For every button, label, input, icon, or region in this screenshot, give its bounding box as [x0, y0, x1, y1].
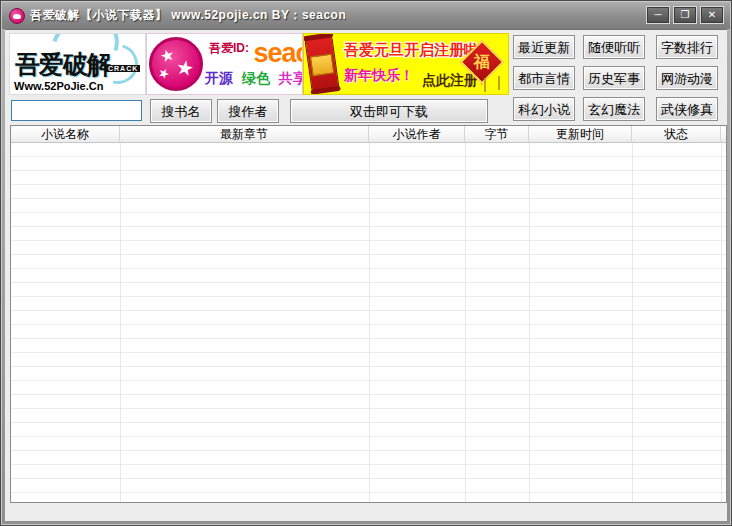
column-header-novel-name[interactable]: 小说名称	[11, 126, 120, 143]
category-button-urban-romance[interactable]: 都市言情	[513, 66, 575, 90]
category-button-recent-updates[interactable]: 最近更新	[513, 35, 575, 59]
seacon-id-label: 吾爱ID:	[209, 41, 249, 55]
app-window: 吾爱破解【小说下载器】 www.52pojie.cn BY：seacon ─ ❐…	[0, 0, 732, 526]
window-controls: ─ ❐ ✕	[646, 6, 724, 24]
search-by-author-button[interactable]: 搜作者	[217, 99, 279, 123]
seacon-id-value: seacon	[253, 38, 303, 68]
seacon-star-badge: ★ ★ ★	[149, 37, 203, 91]
red-scroll-decoration	[304, 34, 340, 93]
column-header-bytes[interactable]: 字节	[465, 126, 529, 143]
star-icon: ★	[174, 55, 196, 82]
star-icon: ★	[158, 44, 177, 66]
close-button[interactable]: ✕	[700, 6, 724, 24]
tassel-decoration	[484, 78, 486, 92]
category-button-wordcount-rank[interactable]: 字数排行	[656, 35, 718, 59]
novel-list: 小说名称 最新章节 小说作者 字节 更新时间 状态	[10, 125, 727, 503]
category-button-game-anime[interactable]: 网游动漫	[656, 66, 718, 90]
promo-banner[interactable]: 吾爱元旦开启注册啦! 新年快乐！ 点此注册↑ 福	[303, 33, 509, 95]
category-button-fantasy-magic[interactable]: 玄幻魔法	[583, 97, 645, 121]
fu-character: 福	[474, 52, 490, 73]
titlebar: 吾爱破解【小说下载器】 www.52pojie.cn BY：seacon ─ ❐…	[2, 2, 730, 29]
column-header-author[interactable]: 小说作者	[369, 126, 465, 143]
app-icon	[9, 8, 25, 24]
maximize-button[interactable]: ❐	[673, 6, 697, 24]
column-header-latest-chapter[interactable]: 最新章节	[120, 126, 369, 143]
logo-seacon: ★ ★ ★ 吾爱ID: seacon 开源 绿色 共享 免费	[146, 33, 303, 95]
column-header-status[interactable]: 状态	[632, 126, 721, 143]
minimize-button[interactable]: ─	[646, 6, 670, 24]
column-header-filler	[721, 126, 726, 143]
logo-52pojie-name: 吾爱破解	[15, 48, 111, 81]
slogan-share: 共享	[279, 70, 303, 86]
client-area: 吾爱破解 CRACK Www.52PoJie.Cn ★ ★ ★ 吾爱ID: se…	[5, 29, 727, 521]
seacon-id-line: 吾爱ID: seacon	[209, 40, 303, 66]
slogan-green: 绿色	[242, 70, 270, 86]
slogan-open-source: 开源	[205, 70, 233, 86]
column-header-update-time[interactable]: 更新时间	[529, 126, 632, 143]
category-button-scifi[interactable]: 科幻小说	[513, 97, 575, 121]
banner-greeting: 新年快乐！	[344, 67, 414, 85]
logo-site-url: Www.52PoJie.Cn	[14, 80, 103, 92]
seacon-slogan: 开源 绿色 共享 免费	[205, 70, 303, 88]
star-icon: ★	[155, 64, 172, 83]
category-button-random-listen[interactable]: 随便听听	[583, 35, 645, 59]
novel-list-header: 小说名称 最新章节 小说作者 字节 更新时间 状态	[11, 126, 726, 143]
category-button-history-military[interactable]: 历史军事	[583, 66, 645, 90]
category-button-wuxia-xiuzhen[interactable]: 武侠修真	[656, 97, 718, 121]
logo-crack-label: CRACK	[106, 65, 140, 72]
novel-list-body[interactable]	[11, 143, 726, 502]
search-by-title-button[interactable]: 搜书名	[150, 99, 212, 123]
logo-52pojie: 吾爱破解 CRACK Www.52PoJie.Cn	[9, 33, 146, 95]
double-click-download-button[interactable]: 双击即可下载	[290, 99, 488, 123]
search-input[interactable]	[11, 100, 142, 121]
window-title: 吾爱破解【小说下载器】 www.52pojie.cn BY：seacon	[30, 7, 346, 24]
